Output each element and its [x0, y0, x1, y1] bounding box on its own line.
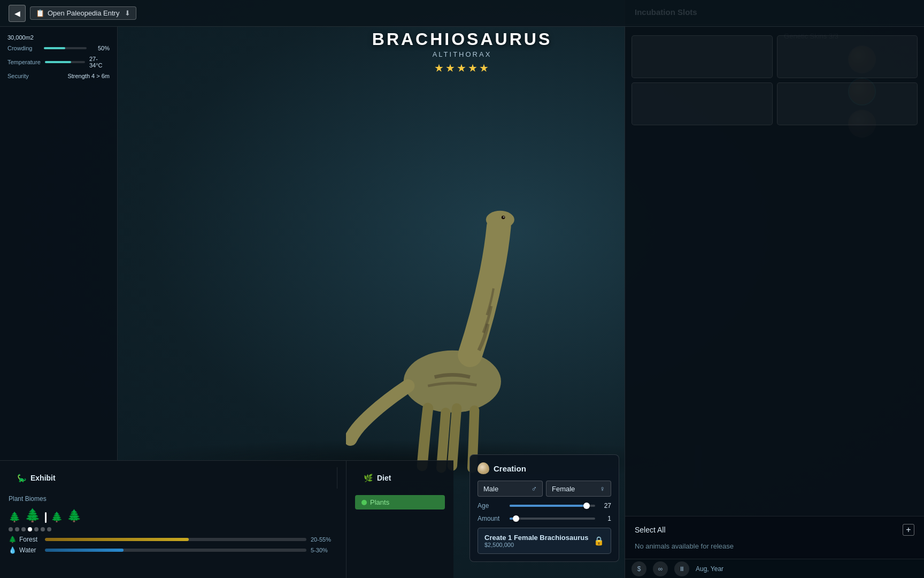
forest-icon: 🌲	[9, 536, 17, 543]
forest-biome-row: 🌲 Forest 20-55%	[9, 536, 337, 543]
tree-icon-4: 🌲	[67, 509, 81, 523]
tree-icon-2: 🌲	[25, 508, 41, 523]
forest-bar	[45, 538, 306, 541]
diet-icon: 🌿	[364, 474, 373, 482]
left-stats-panel: 30,000m2 Crowding 50% Temperature 27-34°…	[0, 27, 118, 460]
male-button[interactable]: Male ♂	[478, 481, 543, 497]
egg-icon	[478, 462, 489, 474]
security-stat: Security Strength 4 > 6m	[7, 73, 110, 79]
exhibit-label: Exhibit	[30, 474, 56, 482]
svg-point-1	[486, 211, 514, 229]
top-bar: ◀ 📋 Open Paleopedia Entry ⬇	[0, 0, 924, 27]
paleopedia-label: Open Paleopedia Entry	[48, 9, 119, 17]
age-row: Age 27	[478, 502, 611, 509]
diet-label: Diet	[377, 474, 391, 482]
slot-3[interactable]	[632, 82, 773, 125]
select-all-button[interactable]: Select All	[635, 526, 666, 534]
slider-dot-7	[47, 527, 51, 531]
water-label: 💧 Water	[9, 546, 41, 554]
slot-4[interactable]	[777, 82, 918, 125]
back-button[interactable]: ◀	[9, 5, 26, 22]
select-all-label: Select All	[635, 526, 666, 534]
slider-dot-5	[34, 527, 38, 531]
slider-dot-4	[28, 527, 32, 531]
area-value: 30,000m2	[7, 34, 34, 41]
create-btn-cost-label: $2,500,000	[484, 542, 588, 548]
amount-row: Amount 1	[478, 515, 611, 522]
crowding-value: 50%	[98, 45, 110, 51]
temperature-stat: Temperature 27-34°C	[7, 56, 110, 69]
pause-button[interactable]: ⏸	[674, 561, 689, 576]
female-button[interactable]: Female ♀	[546, 481, 611, 497]
forest-label: 🌲 Forest	[9, 536, 41, 543]
water-range: 5-30%	[311, 547, 337, 553]
crowding-bar	[44, 47, 87, 49]
crowding-stat: Crowding 50%	[7, 45, 110, 51]
plant-biomes-label: Plant Biomes	[9, 495, 337, 503]
svg-point-0	[404, 351, 501, 413]
biome-slider-track[interactable]	[9, 527, 337, 531]
download-icon: ⬇	[125, 9, 130, 17]
currency-icon: $	[632, 561, 646, 576]
diet-title: 🌿 Diet	[355, 467, 462, 489]
temp-bar	[45, 61, 85, 63]
security-label: Security	[7, 73, 29, 79]
stats-section: 30,000m2 Crowding 50% Temperature 27-34°…	[7, 34, 110, 79]
female-label: Female	[552, 485, 575, 493]
plants-badge: Plants	[355, 495, 445, 509]
water-bar	[45, 549, 306, 552]
diet-panel: 🌿 Diet Plants	[346, 461, 453, 578]
sidebar-bottom-bar: $ ∞ ⏸ Aug, Year	[625, 559, 924, 578]
slot-2[interactable]	[777, 35, 918, 78]
paleopedia-icon: 📋	[36, 9, 44, 17]
date-label: Aug, Year	[696, 565, 723, 573]
temp-label: Temperature	[7, 59, 41, 65]
female-symbol: ♀	[600, 484, 606, 493]
forest-range: 20-55%	[311, 536, 337, 543]
dinosaur-svg	[346, 182, 567, 492]
male-label: Male	[483, 485, 498, 493]
creation-title: Creation	[494, 464, 526, 473]
create-button[interactable]: Create 1 Female Brachiosaurus $2,500,000…	[478, 528, 611, 554]
right-sidebar: Incubation Slots Select All + No animals…	[625, 0, 924, 578]
water-biome-row: 💧 Water 5-30%	[9, 546, 337, 554]
release-section: Select All + No animals available for re…	[625, 516, 924, 559]
slot-1[interactable]	[632, 35, 773, 78]
incubation-content	[625, 25, 924, 516]
male-symbol: ♂	[532, 484, 537, 493]
release-row: Select All +	[635, 524, 914, 536]
amount-value: 1	[600, 515, 611, 522]
tree-icon-3: 🌲	[51, 511, 63, 523]
creation-panel: Creation Male ♂ Female ♀ Age 27 Amount 1…	[469, 454, 619, 562]
amount-label: Amount	[478, 515, 504, 522]
age-label: Age	[478, 502, 504, 509]
infinity-button[interactable]: ∞	[653, 561, 668, 576]
exhibit-panel: 🦕 Exhibit Plant Biomes 🌲 🌲 🌲 🌲 🌲 Forest	[0, 461, 346, 578]
plants-label: Plants	[370, 498, 389, 506]
no-animals-message: No animals available for release	[635, 541, 914, 552]
paleopedia-button[interactable]: 📋 Open Paleopedia Entry ⬇	[30, 6, 136, 20]
temp-value: 27-34°C	[89, 56, 110, 69]
creation-header: Creation	[478, 462, 611, 474]
create-btn-text: Create 1 Female Brachiosaurus $2,500,000	[484, 534, 588, 548]
plants-dot	[361, 500, 367, 505]
slider-dot-2	[15, 527, 19, 531]
slider-dot-1	[9, 527, 13, 531]
area-stat: 30,000m2	[7, 34, 110, 41]
crowding-label: Crowding	[7, 45, 32, 51]
tree-icon-1: 🌲	[9, 511, 20, 523]
slider-dot-6	[41, 527, 45, 531]
biome-marker	[45, 512, 47, 523]
water-icon: 💧	[9, 546, 17, 554]
add-button[interactable]: +	[903, 524, 914, 536]
slider-dot-3	[21, 527, 26, 531]
amount-slider[interactable]	[510, 518, 595, 520]
age-value: 27	[600, 502, 611, 509]
exhibit-title: 🦕 Exhibit	[9, 467, 337, 489]
lock-icon: 🔒	[594, 536, 604, 546]
biome-icons-row: 🌲 🌲 🌲 🌲	[9, 508, 337, 523]
bottom-panels: 🦕 Exhibit Plant Biomes 🌲 🌲 🌲 🌲 🌲 Forest	[0, 460, 453, 578]
gender-row: Male ♂ Female ♀	[478, 481, 611, 497]
svg-point-3	[503, 216, 504, 217]
age-slider[interactable]	[510, 505, 595, 507]
